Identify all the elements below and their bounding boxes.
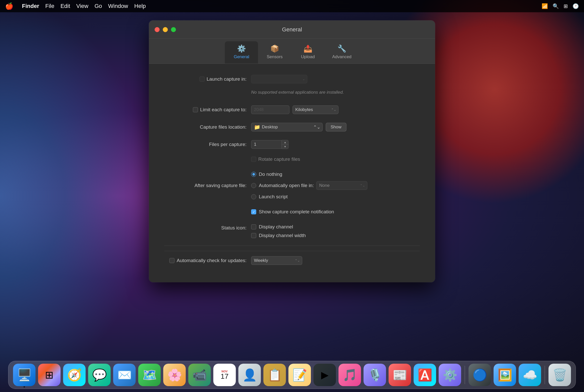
- messages-icon: 💬: [92, 368, 107, 382]
- menubar-edit[interactable]: Edit: [61, 3, 70, 9]
- after-saving-row: After saving capture file: Do nothing Au…: [164, 172, 420, 200]
- show-notification-checkbox[interactable]: ✓: [251, 209, 256, 214]
- menubar-file[interactable]: File: [45, 3, 54, 9]
- rotate-capture-checkbox[interactable]: [251, 157, 256, 162]
- auto-open-radio[interactable]: [251, 183, 256, 188]
- display-channel-checkbox[interactable]: [251, 224, 256, 229]
- capture-location-label: Capture files location:: [164, 124, 251, 130]
- dock-separator: [465, 366, 465, 384]
- dock-item-finder[interactable]: 🖥️: [13, 364, 36, 386]
- launchpad-icon: ⊞: [45, 369, 54, 381]
- dock-item-messages[interactable]: 💬: [88, 364, 111, 386]
- dock-item-news[interactable]: 📰: [389, 364, 411, 386]
- chevron-down-icon: ⌃⌄: [360, 184, 365, 187]
- dock-item-trash[interactable]: 🗑️: [548, 364, 571, 386]
- reminders-icon: 📋: [267, 368, 282, 382]
- auto-update-checkbox[interactable]: [169, 258, 174, 263]
- launch-capture-checkbox[interactable]: [200, 77, 205, 82]
- advanced-tab-icon: 🔧: [337, 44, 346, 53]
- menubar: 🍎 Finder File Edit View Go Window Help 📶…: [0, 0, 584, 12]
- limit-capture-input[interactable]: 2048: [251, 105, 289, 114]
- finder-dot: [24, 386, 25, 388]
- dock-item-maps[interactable]: 🗺️: [138, 364, 161, 386]
- dock-item-preview[interactable]: 🖼️: [494, 364, 516, 386]
- menubar-go[interactable]: Go: [95, 3, 102, 9]
- sysprefs-icon: ⚙️: [443, 368, 457, 382]
- limit-capture-label: Limit each capture to:: [164, 107, 251, 113]
- dock-item-photos[interactable]: 🌸: [163, 364, 186, 386]
- close-button[interactable]: [155, 27, 160, 32]
- launch-script-radio[interactable]: [251, 194, 256, 199]
- podcasts-icon: 🎙️: [368, 368, 382, 382]
- tab-advanced[interactable]: 🔧 Advanced: [324, 41, 359, 64]
- dock-item-facetime[interactable]: 📹: [188, 364, 211, 386]
- display-channel-width-label: Display channel width: [259, 233, 306, 238]
- general-tab-icon: ⚙️: [237, 44, 246, 53]
- dock-item-sysprefs[interactable]: ⚙️: [439, 364, 461, 386]
- limit-capture-unit-select[interactable]: Kilobytes ⌃⌄: [293, 105, 338, 114]
- show-notification-control: ✓ Show capture complete notification: [251, 209, 334, 215]
- icloud-icon: ☁️: [523, 368, 537, 382]
- menubar-help[interactable]: Help: [134, 3, 146, 9]
- appletv-icon: ▶: [321, 369, 329, 381]
- dock-item-timemachine[interactable]: 🔵: [469, 364, 491, 386]
- after-saving-controls: Do nothing Automatically open file in: N…: [251, 172, 420, 200]
- launch-capture-label: Launch capture in:: [164, 76, 251, 82]
- no-apps-notice-row: No supported external applications are i…: [164, 87, 420, 97]
- display-channel-width-checkbox[interactable]: [251, 233, 256, 238]
- mail-icon: ✉️: [117, 368, 132, 382]
- files-per-capture-label: Files per capture:: [164, 142, 251, 147]
- wifi-icon[interactable]: 📶: [542, 3, 548, 9]
- dock-item-music[interactable]: 🎵: [338, 364, 361, 386]
- upload-tab-icon: 📤: [303, 44, 312, 53]
- auto-open-select[interactable]: None ⌃⌄: [316, 181, 367, 190]
- tab-general[interactable]: ⚙️ General: [225, 41, 258, 64]
- chevron-down-icon: ⌄: [302, 77, 305, 81]
- launch-script-label: Launch script: [259, 194, 288, 200]
- launch-capture-select[interactable]: ⌄: [251, 75, 307, 83]
- files-per-capture-stepper: 1 ▲ ▼: [251, 140, 289, 149]
- sensors-tab-icon: 📦: [270, 44, 279, 53]
- menubar-left: 🍎 Finder File Edit View Go Window Help: [5, 2, 146, 10]
- dock-item-contacts[interactable]: 👤: [238, 364, 261, 386]
- menubar-window[interactable]: Window: [108, 3, 128, 9]
- limit-capture-checkbox[interactable]: [193, 107, 198, 112]
- search-icon[interactable]: 🔍: [553, 3, 559, 9]
- dock-item-launchpad[interactable]: ⊞: [38, 364, 61, 386]
- traffic-lights: [155, 27, 176, 32]
- dock-item-appletv[interactable]: ▶: [313, 364, 336, 386]
- files-per-capture-input[interactable]: 1: [251, 140, 282, 149]
- dock-item-appstore[interactable]: 🅰️: [414, 364, 436, 386]
- files-per-capture-row: Files per capture: 1 ▲ ▼: [164, 139, 420, 150]
- show-location-button[interactable]: Show: [326, 123, 346, 131]
- facetime-icon: 📹: [192, 368, 207, 382]
- status-icon-label: Status icon:: [164, 224, 251, 231]
- dock-item-calendar[interactable]: NOV 17: [213, 364, 236, 386]
- auto-open-row: Automatically open file in: None ⌃⌄: [251, 181, 367, 190]
- dock-item-notes[interactable]: 📝: [288, 364, 311, 386]
- do-nothing-radio[interactable]: [251, 172, 256, 177]
- dock-item-safari[interactable]: 🧭: [63, 364, 86, 386]
- fullscreen-button[interactable]: [171, 27, 176, 32]
- dock-item-mail[interactable]: ✉️: [113, 364, 136, 386]
- auto-update-controls: Weekly ⌃⌄: [251, 256, 420, 265]
- tab-sensors[interactable]: 📦 Sensors: [258, 41, 291, 64]
- minimize-button[interactable]: [163, 27, 168, 32]
- menubar-view[interactable]: View: [76, 3, 88, 9]
- auto-open-label: Automatically open file in:: [259, 183, 314, 188]
- capture-location-row: Capture files location: 📁 Desktop ⌃⌄ Sho…: [164, 122, 420, 132]
- dock-item-icloud[interactable]: ☁️: [519, 364, 541, 386]
- stepper-up-button[interactable]: ▲: [282, 140, 288, 144]
- capture-location-select[interactable]: 📁 Desktop ⌃⌄: [251, 123, 323, 131]
- stepper-down-button[interactable]: ▼: [282, 144, 288, 149]
- dock-item-reminders[interactable]: 📋: [263, 364, 286, 386]
- dock-item-podcasts[interactable]: 🎙️: [364, 364, 386, 386]
- timemachine-icon: 🔵: [473, 368, 487, 382]
- no-apps-notice: No supported external applications are i…: [251, 90, 344, 95]
- apple-menu-icon[interactable]: 🍎: [5, 2, 13, 10]
- finder-icon: 🖥️: [17, 368, 32, 382]
- auto-update-select[interactable]: Weekly ⌃⌄: [251, 256, 302, 265]
- control-center-icon[interactable]: ⊞: [564, 3, 568, 9]
- menubar-finder[interactable]: Finder: [22, 3, 39, 9]
- tab-upload[interactable]: 📤 Upload: [291, 41, 324, 64]
